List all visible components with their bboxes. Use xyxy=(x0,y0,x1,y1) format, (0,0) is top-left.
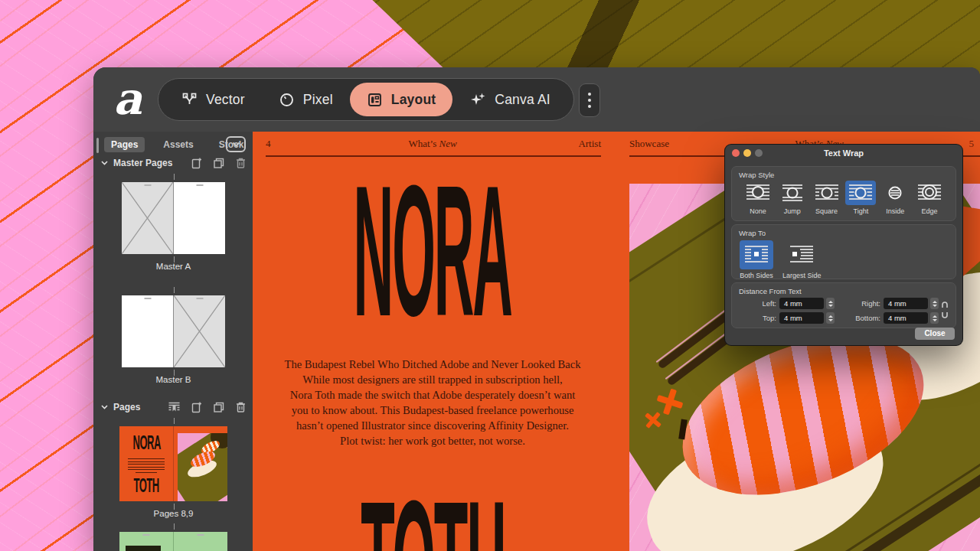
body-line: Nora Toth made the switch that Adobe des… xyxy=(271,387,595,403)
wrap-jump-icon xyxy=(779,183,805,203)
trash-icon[interactable] xyxy=(235,401,247,413)
pages-8-9-label: Pages 8,9 xyxy=(119,509,227,518)
chevron-down-icon xyxy=(232,142,240,147)
master-a-right-page xyxy=(174,182,225,254)
master-a-label: Master A xyxy=(122,262,225,271)
thumb-title-top: NORA xyxy=(133,434,160,451)
sidebar: Pages Assets Stock Master Pages xyxy=(93,132,253,551)
wrap-inside-icon xyxy=(882,183,908,203)
panel-tab-pages[interactable]: Pages xyxy=(104,137,145,152)
wrap-style-tight[interactable]: Tight xyxy=(844,181,877,215)
master-pages-header[interactable]: Master Pages xyxy=(101,155,247,171)
wrap-tight-icon xyxy=(848,183,874,203)
close-button[interactable]: Close xyxy=(915,328,955,340)
toolbar: a Vector Pixel Layout xyxy=(93,67,980,132)
thumb-illustration xyxy=(178,433,227,501)
tab-canva-ai-label: Canva AI xyxy=(495,92,550,108)
tab-vector[interactable]: Vector xyxy=(165,83,262,116)
wrap-none-icon xyxy=(745,183,771,203)
wrap-style-label: Wrap Style xyxy=(739,171,774,179)
right-field-label: Right: xyxy=(848,299,880,308)
duplicate-icon[interactable] xyxy=(213,157,225,169)
link-values-icon[interactable] xyxy=(940,300,949,320)
next-pages-thumbnail[interactable] xyxy=(119,532,227,551)
master-a-thumbnail[interactable]: Master A xyxy=(122,182,225,254)
sparkles-icon xyxy=(469,91,486,108)
body-line: Plot twist: her work got better, not wor… xyxy=(271,433,595,448)
duplicate-icon[interactable] xyxy=(213,401,225,413)
left-head-artist: Artist xyxy=(544,138,601,150)
master-a-left-page xyxy=(122,182,173,254)
wrap-to-section: Wrap To Both Sides Largest Side xyxy=(731,224,956,279)
left-field-label: Left: xyxy=(750,299,776,308)
next-left-page xyxy=(119,532,173,551)
body-line: While most designers are still trapped i… xyxy=(271,372,595,387)
both-sides-icon xyxy=(742,243,771,266)
tab-pixel-label: Pixel xyxy=(303,92,333,108)
next-right-page xyxy=(174,532,227,551)
body-copy: The Budapest Rebel Who Ditched Adobe and… xyxy=(271,357,595,449)
add-page-icon[interactable] xyxy=(191,401,203,413)
panel-collapse-button[interactable] xyxy=(226,136,246,152)
largest-side-icon xyxy=(787,243,816,266)
chevron-down-icon xyxy=(101,405,108,409)
body-line: you to know about. This Budapest-based f… xyxy=(271,403,595,418)
body-line: The Budapest Rebel Who Ditched Adobe and… xyxy=(271,357,595,372)
tab-pixel[interactable]: Pixel xyxy=(262,83,350,116)
chevron-down-icon xyxy=(101,161,108,165)
pixel-icon xyxy=(279,92,295,108)
master-b-left-page xyxy=(122,295,173,367)
vector-icon xyxy=(181,92,198,108)
tab-canva-ai[interactable]: Canva AI xyxy=(452,83,567,116)
master-b-label: Master B xyxy=(122,375,225,384)
right-distance-input[interactable]: 4 mm xyxy=(884,298,928,309)
layout-icon xyxy=(367,92,383,108)
wrap-style-jump[interactable]: Jump xyxy=(776,181,809,215)
right-stepper[interactable] xyxy=(930,298,939,309)
distance-label: Distance From Text xyxy=(739,287,802,295)
wrap-style-square[interactable]: Square xyxy=(810,181,844,215)
tab-vector-label: Vector xyxy=(206,92,245,108)
headline-nora: NORA xyxy=(253,181,612,322)
tab-layout-label: Layout xyxy=(391,92,436,108)
bottom-distance-input[interactable]: 4 mm xyxy=(884,312,928,324)
bottom-field-label: Bottom: xyxy=(848,314,880,322)
trash-icon[interactable] xyxy=(235,157,247,169)
master-pages-title: Master Pages xyxy=(113,158,172,168)
wrap-style-inside[interactable]: Inside xyxy=(878,181,912,215)
thumb-title-bottom: TOTH xyxy=(133,477,160,494)
top-distance-input[interactable]: 4 mm xyxy=(779,312,824,324)
master-b-right-page xyxy=(174,295,225,367)
wrap-square-icon xyxy=(814,183,840,203)
wrap-to-both-sides[interactable]: Both Sides xyxy=(740,240,773,279)
pages-header[interactable]: Pages xyxy=(101,399,247,415)
add-section-icon[interactable] xyxy=(168,401,181,413)
pages-8-9-thumbnail[interactable]: NORA TOTH Pages 8,9 xyxy=(119,426,227,501)
wrap-style-section: Wrap Style None Jump Square Tight Inside xyxy=(731,166,956,221)
left-distance-input[interactable]: 4 mm xyxy=(779,298,824,309)
left-stepper[interactable] xyxy=(826,298,835,309)
wrap-to-largest-side[interactable]: Largest Side xyxy=(782,240,822,279)
page-9-thumb xyxy=(174,426,227,501)
affinity-logo: a xyxy=(113,72,142,126)
pages-title: Pages xyxy=(113,402,140,412)
text-wrap-dialog[interactable]: Text Wrap Wrap Style None Jump Square Ti… xyxy=(724,144,963,346)
tab-layout[interactable]: Layout xyxy=(350,83,453,116)
panel-drag-handle[interactable] xyxy=(96,138,99,153)
distance-section: Distance From Text Left: 4 mm Top: 4 mm … xyxy=(731,282,956,328)
headline-toth: TOTH xyxy=(253,496,612,551)
toolbar-overflow-button[interactable] xyxy=(579,83,600,117)
add-master-icon[interactable] xyxy=(191,157,203,169)
right-head-showcase: Showcase xyxy=(629,138,669,150)
top-stepper[interactable] xyxy=(826,312,835,324)
master-b-thumbnail[interactable]: Master B xyxy=(122,295,225,367)
wrap-edge-icon xyxy=(916,183,942,203)
panel-tab-assets[interactable]: Assets xyxy=(156,137,200,152)
wrap-to-label: Wrap To xyxy=(739,229,766,237)
tool-tab-bar: Vector Pixel Layout Canva AI xyxy=(158,78,574,121)
bottom-stepper[interactable] xyxy=(930,312,939,324)
wrap-style-none[interactable]: None xyxy=(741,181,775,215)
wrap-style-edge[interactable]: Edge xyxy=(913,181,946,215)
top-field-label: Top: xyxy=(750,314,776,322)
page-8-thumb: NORA TOTH xyxy=(119,426,173,501)
